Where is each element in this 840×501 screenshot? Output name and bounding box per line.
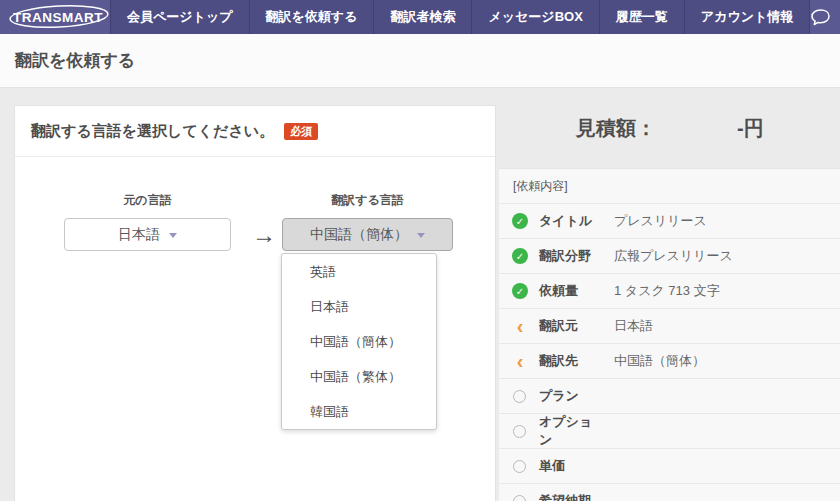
summary-row-label: 翻訳元	[539, 317, 601, 335]
summary-row: ✓ 依頼量 1 タスク 713 文字	[499, 273, 840, 308]
summary-row-label: オプション	[539, 413, 601, 449]
summary-row-value: 広報プレスリリース	[614, 247, 733, 265]
svg-text:TRANSMART: TRANSMART	[13, 10, 103, 25]
check-circle-icon: ✓	[512, 248, 528, 264]
summary-row-label: 希望納期	[539, 492, 601, 501]
caret-down-icon	[169, 233, 177, 238]
empty-circle-icon	[513, 425, 526, 438]
summary-row: プラン	[499, 378, 840, 413]
logo[interactable]: TRANSMART	[0, 0, 110, 34]
nav-item[interactable]: 翻訳を依頼する	[249, 0, 374, 34]
chevron-left-icon: ‹	[512, 353, 528, 369]
summary-row: オプション	[499, 413, 840, 448]
summary-row: 単価	[499, 448, 840, 483]
summary-row-label: 翻訳分野	[539, 247, 601, 265]
summary-row-label: 翻訳先	[539, 352, 601, 370]
arrow-right-icon: →	[246, 218, 282, 251]
language-select-card: 翻訳する言語を選択してください。 必須 元の言語 翻訳する言語 日本語 → 中国…	[14, 105, 496, 501]
card-header: 翻訳する言語を選択してください。 必須	[15, 106, 495, 157]
nav-item[interactable]: 翻訳者検索	[373, 0, 471, 34]
summary-row-value: 日本語	[614, 317, 653, 335]
chat-bubble-icon[interactable]	[810, 8, 831, 27]
language-option[interactable]: 中国語（繁体）	[282, 359, 436, 394]
empty-circle-icon	[513, 390, 526, 403]
nav-item[interactable]: 会員ページトップ	[110, 0, 249, 34]
top-nav: TRANSMART 会員ページトップ 翻訳を依頼する 翻訳者検索 メッセージBO…	[0, 0, 840, 34]
summary-rows: ✓ タイトル プレスリリース ✓ 翻訳分野 広報プレスリリース ✓ 依頼量 1 …	[499, 203, 840, 501]
target-language-select[interactable]: 中国語（簡体）	[282, 218, 453, 251]
page-title: 翻訳を依頼する	[15, 49, 135, 72]
estimate-value: -円	[737, 115, 764, 142]
language-option[interactable]: 日本語	[282, 289, 436, 324]
nav-item[interactable]: メッセージBOX	[471, 0, 598, 34]
summary-row: ‹ 翻訳元 日本語	[499, 308, 840, 343]
summary-row: ‹ 翻訳先 中国語（簡体）	[499, 343, 840, 378]
nav-icons	[810, 0, 840, 34]
source-language-select[interactable]: 日本語	[64, 218, 231, 251]
summary-row-label: 単価	[539, 457, 601, 475]
source-language-label: 元の言語	[64, 192, 231, 209]
request-details-panel: [依頼内容] ✓ タイトル プレスリリース ✓ 翻訳分野 広報プレスリリース ✓…	[499, 168, 840, 501]
chevron-left-icon: ‹	[512, 318, 528, 334]
content: 翻訳する言語を選択してください。 必須 元の言語 翻訳する言語 日本語 → 中国…	[0, 89, 840, 501]
language-option[interactable]: 中国語（簡体）	[282, 324, 436, 359]
lang-options: 英語 日本語 中国語（簡体） 中国語（繁体） 韓国語	[282, 254, 436, 429]
summary-row: 希望納期	[499, 483, 840, 501]
summary-row-value: プレスリリース	[614, 212, 707, 230]
nav-menu: 会員ページトップ 翻訳を依頼する 翻訳者検索 メッセージBOX 履歴一覧 アカウ…	[110, 0, 810, 34]
empty-circle-icon	[513, 495, 526, 501]
summary-row-label: タイトル	[539, 212, 601, 230]
summary-row-label: プラン	[539, 387, 601, 405]
check-circle-icon: ✓	[512, 283, 528, 299]
nav-item[interactable]: 履歴一覧	[599, 0, 684, 34]
estimate-section: 見積額： -円	[499, 89, 840, 168]
nav-item[interactable]: アカウント情報	[684, 0, 811, 34]
check-circle-icon: ✓	[512, 213, 528, 229]
caret-down-icon	[417, 233, 425, 238]
summary-row-value: 中国語（簡体）	[614, 352, 705, 370]
empty-circle-icon	[513, 460, 526, 473]
transmart-logo-swoosh: TRANSMART	[8, 3, 110, 31]
request-details-title: [依頼内容]	[499, 169, 840, 203]
order-summary-sidebar: 見積額： -円 [依頼内容] ✓ タイトル プレスリリース ✓ 翻訳分野 広報プ…	[499, 89, 840, 501]
summary-row: ✓ 翻訳分野 広報プレスリリース	[499, 238, 840, 273]
language-options-dropdown: 英語 日本語 中国語（簡体） 中国語（繁体） 韓国語	[281, 253, 437, 430]
summary-row-value: 1 タスク 713 文字	[614, 282, 720, 300]
estimate-label: 見積額：	[576, 115, 656, 142]
language-option[interactable]: 英語	[282, 254, 436, 289]
card-heading: 翻訳する言語を選択してください。	[31, 122, 274, 141]
target-language-label: 翻訳する言語	[282, 192, 453, 209]
summary-row-label: 依頼量	[539, 282, 601, 300]
title-bar: 翻訳を依頼する	[0, 34, 840, 88]
language-option[interactable]: 韓国語	[282, 394, 436, 429]
required-badge: 必須	[284, 123, 318, 140]
summary-row: ✓ タイトル プレスリリース	[499, 203, 840, 238]
